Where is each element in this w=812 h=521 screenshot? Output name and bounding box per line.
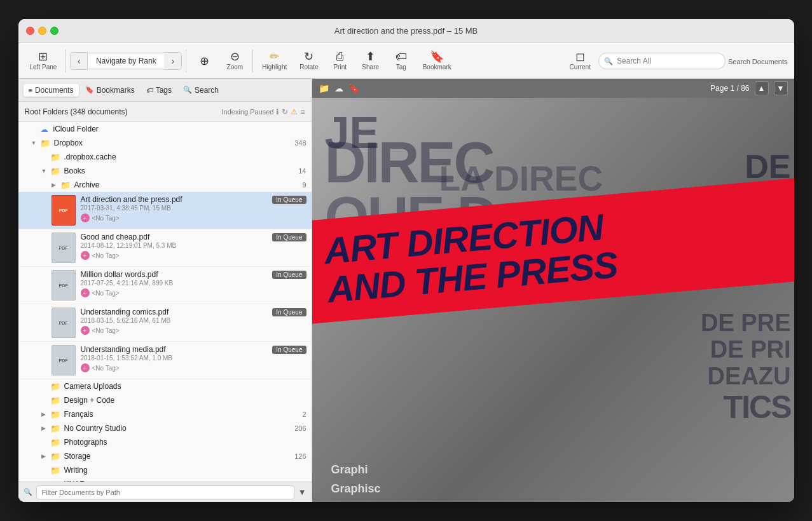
toolbar-sep-2 [186, 50, 186, 72]
storage-arrow: ▶ [41, 453, 48, 459]
tab-bookmarks[interactable]: 🔖 Bookmarks [80, 84, 140, 97]
design-code-label: Design + Code [64, 396, 115, 405]
toolbar-sep-1 [65, 50, 66, 72]
pdf-folder-icon[interactable]: 📁 [319, 83, 329, 93]
main-content: ≡ Documents 🔖 Bookmarks 🏷 Tags 🔍 Search [18, 79, 794, 502]
file-thumb-understanding-media: PDF [52, 345, 76, 376]
dropbox-folder-icon: 📁 [40, 139, 50, 148]
file-item-art-direction[interactable]: PDF Art direction and the press.pdf In Q… [18, 192, 312, 229]
file-item-understanding-media[interactable]: PDF Understanding media.pdf In Queue 201… [18, 342, 312, 379]
pdf-bottom-word2: Graphisc [331, 482, 381, 496]
francais-label: Français [64, 410, 93, 419]
sidebar-item-storage[interactable]: ▶ 📁 Storage 126 [18, 449, 312, 463]
file-name-art-direction: Art direction and the press.pdf [81, 195, 182, 204]
add-tag-btn-art-direction[interactable]: + [81, 213, 90, 222]
tag-button[interactable]: 🏷 Tag [387, 48, 415, 73]
tab-search[interactable]: 🔍 Search [178, 84, 224, 97]
books-label: Books [64, 166, 85, 175]
in-queue-badge-million-dollar: In Queue [272, 271, 306, 279]
add-tag-btn-understanding-media[interactable]: + [81, 363, 90, 372]
sidebar-item-dropbox[interactable]: ▼ 📁 Dropbox 348 [18, 136, 312, 150]
add-tag-btn-understanding-comics[interactable]: + [81, 326, 90, 335]
tab-tags[interactable]: 🏷 Tags [141, 84, 177, 97]
francais-icon: 📁 [50, 410, 60, 419]
navigate-forward-button[interactable]: › [164, 52, 182, 70]
add-tag-btn-million-dollar[interactable]: + [81, 288, 90, 297]
search-documents-label: Search Documents [728, 58, 788, 65]
sidebar-item-dropbox-cache[interactable]: 📁 .dropbox.cache [18, 150, 312, 164]
pdf-content: DIREC QUE D LA DIREC DE DE IS DE PRE DE … [312, 98, 794, 502]
file-item-good-and-cheap[interactable]: PDF Good and cheap.pdf In Queue 2014-08-… [18, 229, 312, 267]
sidebar-item-camera-uploads[interactable]: 📁 Camera Uploads [18, 379, 312, 393]
current-button[interactable]: ◻ Current [565, 48, 596, 73]
highlight-button[interactable]: ✏ Highlight [257, 48, 292, 73]
add-tag-btn-good-and-cheap[interactable]: + [81, 251, 90, 260]
sidebar-item-archive[interactable]: ▶ 📁 Archive 9 [18, 178, 312, 192]
filter-input[interactable] [36, 485, 294, 499]
zoom-in-icon: ⊕ [200, 55, 209, 67]
pdf-next-button[interactable]: ▼ [774, 81, 788, 95]
archive-label: Archive [74, 180, 100, 189]
in-queue-badge-understanding-comics: In Queue [272, 308, 306, 316]
tab-documents[interactable]: ≡ Documents [24, 84, 79, 97]
search-documents-input[interactable] [598, 53, 726, 69]
sidebar-item-no-country-studio[interactable]: ▶ 📁 No Country Studio 206 [18, 421, 312, 435]
file-name-good-and-cheap: Good and cheap.pdf [81, 233, 150, 241]
no-tag-understanding-media: <No Tag> [92, 365, 120, 372]
rotate-button[interactable]: ↻ Rotate [294, 48, 323, 73]
dropbox-label: Dropbox [54, 139, 83, 147]
pdf-page-info: Page 1 / 86 [710, 84, 749, 93]
pdf-cloud-icon[interactable]: ☁ [334, 83, 343, 93]
maximize-button[interactable] [50, 27, 58, 35]
no-tag-understanding-comics: <No Tag> [92, 327, 120, 334]
menu-icon[interactable]: ≡ [300, 107, 305, 116]
share-button[interactable]: ⬆ Share [357, 48, 385, 73]
zoom-in-button[interactable]: ⊕ [190, 53, 218, 69]
documents-icon: ≡ [29, 86, 32, 94]
file-item-million-dollar[interactable]: PDF Million dollar words.pdf In Queue 20… [18, 267, 312, 304]
print-button[interactable]: ⎙ Print [326, 48, 354, 73]
sidebar-header: Root Folders (348 documents) Indexing Pa… [18, 102, 312, 122]
zoom-out-button[interactable]: ⊖ Zoom [221, 48, 249, 73]
tab-documents-label: Documents [35, 86, 74, 95]
pdf-page-label: Page 1 / 86 [710, 84, 749, 93]
sidebar-item-writing[interactable]: 📁 Writing [18, 463, 312, 477]
left-pane-button[interactable]: ⊞ Left Pane [25, 48, 62, 73]
bookmark-icon: 🔖 [430, 51, 444, 62]
no-tag-art-direction: <No Tag> [92, 215, 120, 222]
writing-label: Writing [64, 466, 88, 475]
minimize-button[interactable] [38, 27, 46, 35]
sidebar-item-design-code[interactable]: 📁 Design + Code [18, 393, 312, 407]
file-item-understanding-comics[interactable]: PDF Understanding comics.pdf In Queue 20… [18, 304, 312, 342]
refresh-icon[interactable]: ↻ [282, 107, 288, 116]
sidebar-item-icloud[interactable]: ☁ iCloud Folder [18, 122, 312, 136]
no-country-studio-badge: 206 [294, 424, 306, 432]
filter-funnel-icon[interactable]: ▼ [298, 487, 306, 497]
current-icon: ◻ [575, 51, 585, 62]
cache-label: .dropbox.cache [64, 152, 116, 161]
in-queue-badge-good-and-cheap: In Queue [272, 233, 306, 241]
close-button[interactable] [26, 27, 34, 35]
sidebar-item-francais[interactable]: ▶ 📁 Français 2 [18, 407, 312, 421]
pdf-prev-button[interactable]: ▲ [755, 81, 769, 95]
sidebar-item-photographs[interactable]: 📁 Photographs [18, 435, 312, 449]
tab-tags-label: Tags [156, 86, 172, 95]
file-meta-good-and-cheap: 2014-08-12, 12:19:01 PM, 5.3 MB [81, 242, 306, 249]
navigate-back-button[interactable]: ‹ [70, 52, 88, 70]
sidebar-item-xnar[interactable]: 📁 XNAR [18, 477, 312, 482]
main-toolbar: ⊞ Left Pane ‹ Navigate by Rank › ⊕ ⊖ Zoo… [18, 43, 794, 79]
books-badge: 14 [298, 167, 306, 175]
sidebar-header-info: Indexing Paused ℹ ↻ ⚠ ≡ [222, 107, 305, 116]
pdf-toolbar: 📁 ☁ 🔖 Page 1 / 86 ▲ ▼ [312, 79, 794, 98]
sidebar-item-books[interactable]: ▼ 📁 Books 14 [18, 164, 312, 178]
file-info-million-dollar: Million dollar words.pdf In Queue 2017-0… [81, 270, 306, 297]
zoom-label: Zoom [227, 64, 244, 71]
pdf-bookmark-icon[interactable]: 🔖 [348, 83, 359, 93]
traffic-lights [26, 27, 58, 35]
bookmark-button[interactable]: 🔖 Bookmark [418, 48, 457, 73]
camera-uploads-label: Camera Uploads [64, 382, 121, 391]
pdf-typo-center: LA DIREC [439, 161, 603, 196]
file-name-million-dollar: Million dollar words.pdf [81, 270, 158, 279]
search-documents-wrap: 🔍 [598, 53, 726, 69]
photographs-icon: 📁 [50, 438, 60, 447]
